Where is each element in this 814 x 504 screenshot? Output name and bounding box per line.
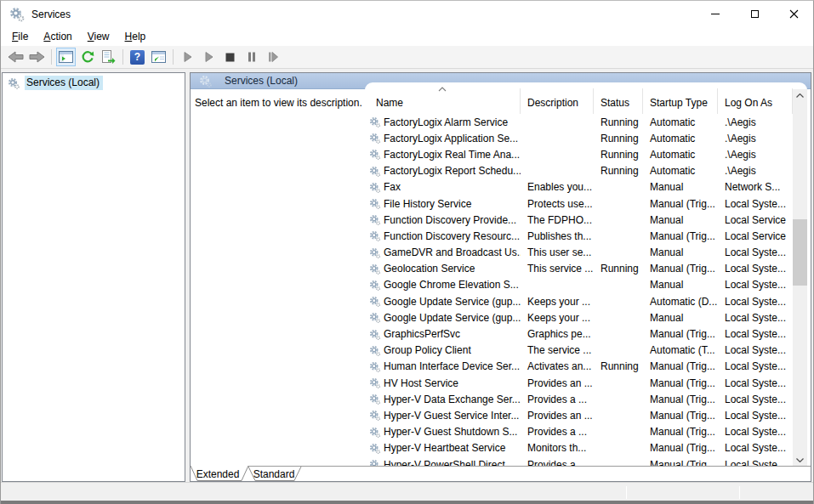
scroll-down-button[interactable] <box>793 454 807 467</box>
service-gear-icon <box>369 214 380 225</box>
window-title: Services <box>31 8 71 20</box>
service-row[interactable]: Fax Enables you... Manual Network S... <box>365 179 793 195</box>
stop-service-button[interactable] <box>220 48 240 66</box>
show-window-button[interactable] <box>149 48 168 66</box>
stop-service-icon <box>225 53 235 62</box>
tab-standard[interactable]: Standard <box>248 467 301 481</box>
column-header-startup-type[interactable]: Startup Type <box>643 88 718 114</box>
back-button[interactable] <box>6 48 26 66</box>
service-gear-icon <box>369 230 380 241</box>
services-table-body: FactoryLogix Alarm Service Running Autom… <box>365 114 793 467</box>
column-header-name[interactable]: Name <box>365 88 521 114</box>
service-name: FactoryLogix Report Schedu... <box>384 165 521 177</box>
service-row[interactable]: Hyper-V Guest Service Inter... Provides … <box>365 407 793 423</box>
service-name: Geolocation Service <box>384 263 475 275</box>
service-row[interactable]: FactoryLogix Real Time Ana... Running Au… <box>365 146 793 162</box>
service-gear-icon <box>369 166 380 177</box>
service-status: Running <box>594 263 643 275</box>
show-console-tree-button[interactable] <box>56 48 76 66</box>
forward-button[interactable] <box>27 48 47 66</box>
status-bar-divider <box>626 486 627 499</box>
menu-action[interactable]: Action <box>36 29 79 44</box>
service-startup-type: Automatic <box>643 149 718 161</box>
service-row[interactable]: Hyper-V Heartbeat Service Monitors th...… <box>365 440 793 456</box>
resume-service-button[interactable] <box>199 48 219 66</box>
service-row[interactable]: GameDVR and Broadcast Us... This user se… <box>365 245 793 261</box>
maximize-button[interactable] <box>735 1 774 27</box>
service-gear-icon <box>369 427 380 438</box>
service-logon-as: Local Syste... <box>718 426 793 438</box>
services-gear-icon <box>199 75 212 88</box>
view-tabs: Extended Standard <box>191 466 811 482</box>
status-bar-divider <box>739 486 740 499</box>
menu-file[interactable]: File <box>4 29 36 44</box>
service-description: Provides a ... <box>521 426 594 438</box>
tree-item-services-local[interactable]: Services (Local) <box>4 76 183 90</box>
service-row[interactable]: FactoryLogix Report Schedu... Running Au… <box>365 163 793 179</box>
service-row[interactable]: GraphicsPerfSvc Graphics pe... Manual (T… <box>365 326 793 342</box>
service-name: Google Chrome Elevation S... <box>384 279 519 291</box>
main-area: Services (Local) Services (Local) Select… <box>1 69 813 483</box>
service-name: Hyper-V Heartbeat Service <box>384 442 505 454</box>
service-name: FactoryLogix Alarm Service <box>384 116 508 128</box>
service-gear-icon <box>369 329 380 340</box>
export-list-button[interactable] <box>99 48 118 66</box>
results-pane-title: Services (Local) <box>225 75 298 87</box>
column-header-logon-as[interactable]: Log On As <box>718 88 793 114</box>
service-gear-icon <box>369 410 380 421</box>
menu-help[interactable]: Help <box>117 29 154 44</box>
refresh-button[interactable] <box>77 48 97 66</box>
service-row[interactable]: File History Service Protects use... Man… <box>365 195 793 212</box>
service-logon-as: Local Syste... <box>718 312 793 324</box>
service-row[interactable]: HV Host Service Provides an ... Manual (… <box>365 375 793 391</box>
close-button[interactable] <box>774 1 813 27</box>
service-description: Keeps your ... <box>521 312 594 324</box>
service-startup-type: Automatic <box>643 165 718 177</box>
minimize-button[interactable] <box>696 1 735 27</box>
service-row[interactable]: Function Discovery Resourc... Publishes … <box>365 228 793 244</box>
service-logon-as: Local Syste... <box>718 442 793 454</box>
service-row[interactable]: Hyper-V Data Exchange Ser... Provides a … <box>365 391 793 407</box>
service-row[interactable]: Hyper-V Guest Shutdown S... Provides a .… <box>365 424 793 440</box>
service-logon-as: Local Syste... <box>718 198 793 210</box>
service-description: This user se... <box>521 246 594 258</box>
service-row[interactable]: FactoryLogix Application Se... Running A… <box>365 130 793 146</box>
column-header-description[interactable]: Description <box>521 88 594 114</box>
service-name: Google Update Service (gup... <box>384 312 521 324</box>
chevron-up-icon <box>796 93 804 98</box>
pause-service-icon <box>248 52 256 62</box>
service-row[interactable]: Google Update Service (gup... Keeps your… <box>365 309 793 326</box>
service-gear-icon <box>369 361 380 372</box>
service-row[interactable]: Function Discovery Provide... The FDPHO.… <box>365 212 793 228</box>
help-button[interactable]: ? <box>128 48 147 66</box>
services-list: Name Description Status Startup Type Log… <box>365 82 807 467</box>
service-row[interactable]: Google Chrome Elevation S... Manual Loca… <box>365 277 793 293</box>
service-row[interactable]: Google Update Service (gup... Keeps your… <box>365 293 793 309</box>
pause-service-button[interactable] <box>242 48 261 66</box>
toolbar-separator <box>173 49 174 65</box>
service-row[interactable]: Group Policy Client The service ... Auto… <box>365 343 793 359</box>
description-placeholder: Select an item to view its description. <box>195 97 362 109</box>
start-service-button[interactable] <box>178 48 197 66</box>
menu-bar: File Action View Help <box>1 27 813 46</box>
service-row[interactable]: Human Interface Device Ser... Activates … <box>365 359 793 375</box>
scroll-up-button[interactable] <box>793 89 807 102</box>
vertical-scrollbar[interactable] <box>793 89 807 467</box>
service-status: Running <box>594 133 643 144</box>
menu-view[interactable]: View <box>80 29 117 44</box>
service-gear-icon <box>369 247 380 258</box>
service-row[interactable]: Geolocation Service This service ... Run… <box>365 261 793 277</box>
service-description: Activates an... <box>521 360 594 372</box>
results-pane: Services (Local) Select an item to view … <box>190 72 811 482</box>
service-startup-type: Manual (Trig... <box>643 360 718 372</box>
service-description: The FDPHO... <box>521 214 594 226</box>
column-header-status[interactable]: Status <box>594 88 643 114</box>
scrollbar-thumb[interactable] <box>793 219 807 286</box>
service-gear-icon <box>369 345 380 356</box>
service-gear-icon <box>369 133 380 144</box>
window-bottom-edge <box>1 501 813 504</box>
tab-extended[interactable]: Extended <box>191 466 248 481</box>
tree-item-label: Services (Local) <box>25 76 103 90</box>
service-row[interactable]: FactoryLogix Alarm Service Running Autom… <box>365 114 793 130</box>
restart-service-button[interactable] <box>263 48 282 66</box>
